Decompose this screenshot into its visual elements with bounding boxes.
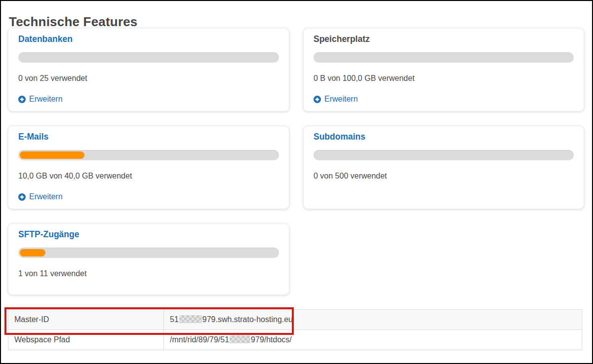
progress-fill — [20, 249, 45, 256]
table-row-webspace-pfad: Webspace Pfad /mnt/rid/89/79/51979/htdoc… — [8, 330, 582, 350]
card-datenbanken: Datenbanken 0 von 25 verwendet Erweitern — [8, 28, 289, 111]
screenshot-frame: Technische Features Datenbanken 0 von 25… — [0, 0, 593, 364]
value-prefix: /mnt/rid/89/79/51 — [170, 335, 229, 344]
card-title-sftp-zugaenge[interactable]: SFTP-Zugänge — [18, 229, 279, 240]
value-suffix: 979/htdocs/ — [251, 335, 292, 344]
plus-circle-icon — [18, 96, 26, 103]
progress-track — [18, 150, 279, 160]
usage-text: 1 von 11 verwendet — [18, 269, 279, 279]
card-speicherplatz: Speicherplatz 0 B von 100,0 GB verwendet… — [303, 28, 584, 111]
expand-label: Erweitern — [324, 95, 358, 104]
progress-track — [18, 248, 279, 258]
usage-text: 0 von 500 verwendet — [314, 171, 574, 181]
card-title-subdomains[interactable]: Subdomains — [314, 131, 574, 143]
plus-circle-icon — [18, 193, 26, 201]
feature-cards-grid: Datenbanken 0 von 25 verwendet Erweitern… — [8, 28, 584, 295]
progress-track — [314, 52, 574, 63]
expand-link-datenbanken[interactable]: Erweitern — [18, 95, 63, 104]
card-title-speicherplatz: Speicherplatz — [314, 34, 574, 45]
card-title-datenbanken[interactable]: Datenbanken — [18, 34, 279, 45]
usage-text: 10,0 GB von 40,0 GB verwendet — [18, 171, 279, 181]
progress-fill — [20, 151, 84, 159]
progress-track — [18, 52, 279, 63]
expand-link-emails[interactable]: Erweitern — [18, 192, 63, 201]
row-value: 51979.swh.strato-hosting.eu — [164, 310, 582, 330]
expand-link-speicherplatz[interactable]: Erweitern — [314, 95, 358, 104]
plus-circle-icon — [314, 96, 321, 103]
redacted-pixelation — [179, 315, 202, 323]
card-subdomains: Subdomains 0 von 500 verwendet — [303, 126, 584, 209]
row-value: /mnt/rid/89/79/51979/htdocs/ — [164, 330, 582, 350]
progress-track — [314, 150, 574, 160]
value-suffix: 979.swh.strato-hosting.eu — [202, 315, 293, 324]
value-prefix: 51 — [170, 315, 179, 324]
redacted-pixelation — [230, 335, 250, 343]
card-sftp-zugaenge: SFTP-Zugänge 1 von 11 verwendet — [8, 223, 289, 295]
details-table: Master-ID 51979.swh.strato-hosting.eu We… — [8, 309, 582, 350]
expand-label: Erweitern — [29, 192, 63, 201]
usage-text: 0 B von 100,0 GB verwendet — [314, 73, 574, 83]
card-emails: E-Mails 10,0 GB von 40,0 GB verwendet Er… — [8, 126, 289, 209]
expand-label: Erweitern — [29, 95, 63, 104]
card-title-emails[interactable]: E-Mails — [18, 131, 279, 143]
usage-text: 0 von 25 verwendet — [18, 73, 279, 83]
table-row-master-id: Master-ID 51979.swh.strato-hosting.eu — [8, 310, 582, 330]
row-label: Master-ID — [8, 310, 164, 330]
row-label: Webspace Pfad — [8, 330, 164, 350]
page-title: Technische Features — [9, 14, 138, 30]
